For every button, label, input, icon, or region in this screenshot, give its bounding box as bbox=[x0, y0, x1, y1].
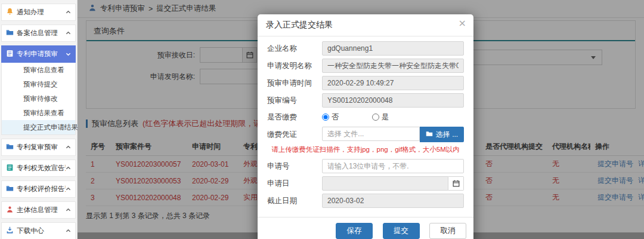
sidebar-item-label: 专利权评价报告预审 bbox=[17, 185, 66, 194]
sidebar-item-evaluation-report-prereview[interactable]: 专利权评价报告预审 bbox=[1, 180, 76, 198]
sidebar-item-label: 专利权无效宣告预审 bbox=[17, 164, 66, 173]
folder-icon bbox=[6, 29, 14, 38]
sidebar-item-notifications[interactable]: 通知办理 bbox=[1, 4, 76, 21]
sidebar-item-label: 下载中心 bbox=[17, 226, 66, 235]
company-name-field bbox=[322, 41, 464, 56]
sidebar-item-patent-prereview[interactable]: 专利申请预审 bbox=[1, 45, 76, 63]
sidebar-item-invalidation-prereview[interactable]: 专利权无效宣告预审 bbox=[1, 160, 76, 177]
dialog-header: 录入正式提交结果 × bbox=[258, 14, 473, 36]
folder-icon bbox=[6, 143, 14, 152]
chevron-up-icon bbox=[66, 164, 71, 173]
application-no-input[interactable] bbox=[322, 159, 464, 173]
radio-icon[interactable] bbox=[322, 114, 329, 121]
application-date-label: 申请日 bbox=[267, 179, 322, 189]
pay-yes-radio[interactable]: 是 bbox=[372, 112, 389, 122]
folder-icon bbox=[6, 185, 14, 194]
deadline-label: 截止日期 bbox=[267, 196, 322, 206]
folder-icon bbox=[426, 130, 433, 139]
voucher-file-input[interactable] bbox=[322, 127, 420, 141]
prereview-no-label: 预审编号 bbox=[267, 96, 322, 106]
choose-file-label: 选择 ... bbox=[436, 130, 458, 140]
submenu-item-pending-modify[interactable]: 预审待修改 bbox=[2, 91, 75, 106]
voucher-label: 缴费凭证 bbox=[267, 130, 322, 140]
application-date-field[interactable] bbox=[322, 176, 448, 191]
pay-no-radio[interactable]: 否 bbox=[322, 112, 339, 122]
invention-name-field bbox=[322, 59, 464, 73]
choose-file-button[interactable]: 选择 ... bbox=[420, 127, 464, 142]
chevron-up-icon bbox=[66, 29, 71, 38]
application-no-label: 申请号 bbox=[267, 161, 322, 171]
radio-icon[interactable] bbox=[372, 114, 379, 121]
sidebar-item-label: 专利申请预审 bbox=[17, 50, 66, 59]
chevron-up-icon bbox=[66, 8, 71, 17]
sidebar-item-label: 备案信息管理 bbox=[17, 29, 66, 38]
save-button[interactable]: 保存 bbox=[336, 223, 373, 239]
prereview-time-field bbox=[322, 76, 464, 90]
document-icon bbox=[6, 164, 14, 173]
enter-formal-result-dialog: 录入正式提交结果 × 企业名称 申请发明名称 预审申请时间 预审编号 是否缴费 … bbox=[258, 14, 473, 239]
chevron-up-icon bbox=[66, 185, 71, 194]
sidebar-item-reexam-prereview[interactable]: 专利复审预审 bbox=[1, 139, 76, 156]
sidebar-submenu: 预审信息查看 预审待提交 预审待修改 预审结果查看 提交正式申请结果 bbox=[1, 63, 76, 135]
prereview-time-label: 预审申请时间 bbox=[267, 78, 322, 88]
company-name-label: 企业名称 bbox=[267, 44, 322, 54]
sidebar-item-filing-info[interactable]: 备案信息管理 bbox=[1, 24, 76, 42]
upload-hint: 请上传缴费凭证扫描件，支持jpg，png，gif格式，大小5M以内 bbox=[267, 145, 464, 154]
submenu-item-pending-submit[interactable]: 预审待提交 bbox=[2, 77, 75, 91]
cancel-button[interactable]: 取消 bbox=[429, 223, 466, 239]
sidebar: 通知办理 备案信息管理 专利申请预审 预审信息查看 预审待提交 预审待修改 预审… bbox=[0, 0, 78, 239]
sidebar-item-download-center[interactable]: 下载中心 bbox=[1, 222, 76, 239]
submenu-item-submit-formal-result[interactable]: 提交正式申请结果 bbox=[2, 120, 75, 134]
chevron-up-icon bbox=[66, 206, 71, 215]
pay-label: 是否缴费 bbox=[267, 112, 322, 122]
submit-button[interactable]: 提交 bbox=[383, 223, 420, 239]
submenu-item-prereview-info[interactable]: 预审信息查看 bbox=[2, 63, 75, 77]
invention-name-label: 申请发明名称 bbox=[267, 61, 322, 71]
chevron-up-icon bbox=[66, 227, 71, 235]
sidebar-item-label: 专利复审预审 bbox=[17, 143, 66, 152]
dialog-title: 录入正式提交结果 bbox=[266, 20, 333, 29]
person-icon bbox=[6, 206, 14, 215]
dialog-footer: 保存 提交 取消 bbox=[258, 217, 473, 239]
chevron-down-icon bbox=[66, 50, 71, 59]
document-icon bbox=[6, 50, 14, 59]
download-icon bbox=[6, 226, 14, 236]
bell-icon bbox=[6, 8, 14, 17]
close-icon[interactable]: × bbox=[459, 19, 466, 28]
dialog-body: 企业名称 申请发明名称 预审申请时间 预审编号 是否缴费 否 bbox=[258, 36, 473, 212]
sidebar-item-label: 主体信息管理 bbox=[17, 206, 66, 215]
submenu-item-result-view[interactable]: 预审结果查看 bbox=[2, 106, 75, 120]
sidebar-item-subject-info[interactable]: 主体信息管理 bbox=[1, 201, 76, 219]
chevron-up-icon bbox=[66, 143, 71, 152]
deadline-field bbox=[322, 194, 464, 208]
prereview-no-field bbox=[322, 93, 464, 108]
pay-no-label: 否 bbox=[332, 112, 339, 122]
sidebar-item-label: 通知办理 bbox=[17, 8, 66, 17]
calendar-icon[interactable] bbox=[448, 176, 464, 191]
pay-yes-label: 是 bbox=[382, 112, 389, 122]
